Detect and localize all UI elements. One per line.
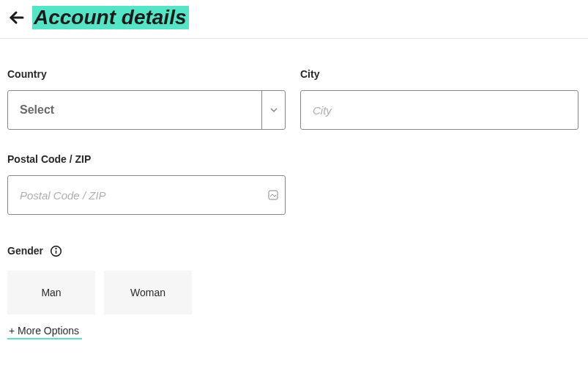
city-label: City	[300, 68, 578, 80]
svg-point-4	[56, 248, 56, 249]
info-icon[interactable]	[49, 244, 62, 257]
city-input[interactable]	[300, 90, 578, 130]
gender-option-man[interactable]: Man	[7, 271, 95, 315]
input-icon	[268, 190, 278, 200]
page-title: Account details	[32, 6, 189, 29]
chevron-down-icon	[269, 106, 278, 114]
country-label: Country	[7, 68, 286, 80]
country-select-value[interactable]: Select	[8, 91, 261, 129]
gender-label: Gender	[7, 245, 43, 257]
more-options-link[interactable]: + More Options	[7, 323, 82, 339]
gender-option-woman[interactable]: Woman	[104, 271, 192, 315]
postal-input[interactable]	[7, 175, 286, 215]
country-select[interactable]: Select	[7, 90, 286, 130]
postal-label: Postal Code / ZIP	[7, 153, 286, 165]
back-arrow-icon[interactable]	[7, 8, 26, 27]
country-select-toggle[interactable]	[261, 91, 285, 129]
